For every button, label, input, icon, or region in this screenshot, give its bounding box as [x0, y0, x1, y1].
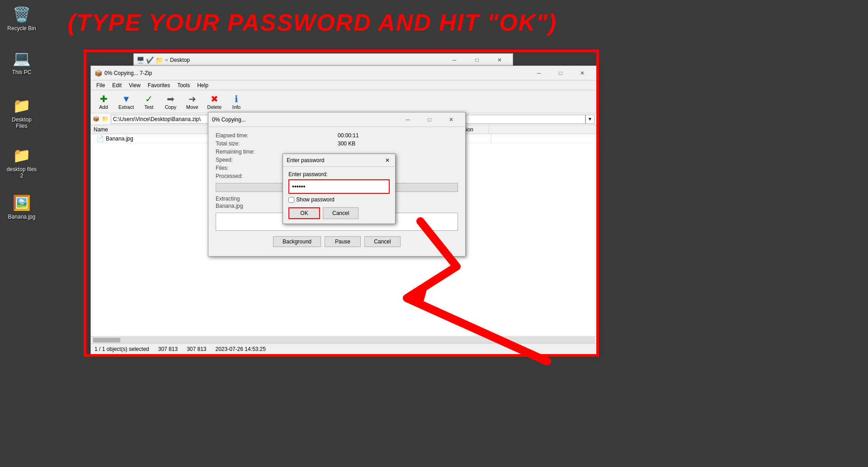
- toolbar-move-label: Move: [186, 104, 198, 110]
- main-titlebar: 📦 0% Copying... 7-Zip ─ □ ✕: [91, 66, 596, 80]
- copying-controls: ─ □ ✕: [397, 113, 462, 126]
- toolbar-test-label: Test: [144, 104, 153, 110]
- cancel-btn[interactable]: Cancel: [364, 236, 401, 247]
- status-text: 1 / 1 object(s) selected: [94, 346, 149, 352]
- toolbar-info[interactable]: ℹ Info: [226, 92, 246, 111]
- password-close-btn[interactable]: ✕: [383, 156, 392, 164]
- password-dialog-title: Enter password: [287, 157, 383, 163]
- status-bar: 1 / 1 object(s) selected 307 813 307 813…: [91, 343, 596, 354]
- this-pc-label: This PC: [12, 69, 32, 75]
- recycle-bin-icon: 🗑️: [13, 5, 31, 23]
- banana-jpg-label: Banana.jpg: [8, 214, 36, 220]
- total-size-label: Total size:: [216, 140, 336, 147]
- desktop-icon-recycle-bin[interactable]: 🗑️ Recycle Bin: [4, 4, 40, 33]
- toolbar-info-label: Info: [232, 104, 241, 110]
- desktop-icon-desktop-files[interactable]: 📁 Desktop Files: [4, 95, 40, 131]
- toolbar-copy-label: Copy: [165, 104, 176, 110]
- toolbar-delete-label: Delete: [207, 104, 222, 110]
- zip-icon: 📦: [93, 116, 100, 123]
- toolbar: ✚ Add ▼ Extract ✓ Test ➡ Copy ➜ Move ✖ D…: [91, 90, 596, 113]
- desktop-files-icon: 📁: [13, 97, 31, 115]
- main-close-btn[interactable]: ✕: [572, 67, 593, 79]
- show-password-checkbox[interactable]: [288, 197, 294, 203]
- explorer-title: Desktop: [170, 57, 190, 63]
- copying-file-label: Banana.jpg: [216, 203, 252, 209]
- password-input-wrapper: [288, 179, 390, 194]
- scrollbar-thumb: [93, 338, 120, 342]
- toolbar-add[interactable]: ✚ Add: [94, 92, 113, 111]
- delete-icon: ✖: [209, 93, 220, 104]
- toolbar-copy[interactable]: ➡ Copy: [160, 92, 180, 111]
- show-password-label: Show password: [296, 196, 335, 203]
- menu-tools[interactable]: Tools: [174, 81, 193, 89]
- main-title-icon: 📦: [94, 70, 102, 77]
- copying-titlebar: 0% Copying... ─ □ ✕: [208, 112, 465, 127]
- menu-view[interactable]: View: [125, 81, 144, 89]
- copying-minimize-btn[interactable]: ─: [397, 113, 418, 126]
- scrollbar-track[interactable]: [93, 337, 594, 343]
- explorer-close-btn[interactable]: ✕: [489, 54, 510, 66]
- toolbar-add-label: Add: [99, 104, 108, 110]
- status-date: 2023-07-26 14:53:25: [216, 346, 266, 352]
- recycle-bin-label: Recycle Bin: [7, 25, 36, 32]
- test-icon: ✓: [143, 93, 154, 104]
- password-content: Enter password: Show password OK Cancel: [283, 167, 395, 224]
- extract-icon: ▼: [121, 93, 132, 104]
- explorer-minimize-btn[interactable]: ─: [444, 54, 465, 66]
- file-icon: 📄: [96, 135, 104, 142]
- col-name: Name: [91, 125, 226, 134]
- menu-help[interactable]: Help: [193, 81, 212, 89]
- toolbar-extract-label: Extract: [118, 104, 134, 110]
- copying-close-btn[interactable]: ✕: [441, 113, 462, 126]
- copying-buttons: Background Pause Cancel: [216, 233, 458, 251]
- explorer-window: 🖥️ ✔️ 📁 = Desktop ─ □ ✕: [133, 53, 513, 67]
- move-icon: ➜: [187, 93, 198, 104]
- toolbar-delete[interactable]: ✖ Delete: [204, 92, 225, 111]
- background-btn[interactable]: Background: [273, 236, 321, 247]
- copying-maximize-btn[interactable]: □: [419, 113, 440, 126]
- password-ok-btn[interactable]: OK: [288, 207, 320, 219]
- desktop-icon-this-pc[interactable]: 💻 This PC: [4, 47, 40, 77]
- elapsed-label: Elapsed time:: [216, 132, 336, 139]
- desktop-files-label: Desktop Files: [5, 117, 38, 129]
- password-buttons: OK Cancel: [288, 207, 390, 219]
- main-minimize-btn[interactable]: ─: [528, 67, 549, 79]
- elapsed-value: 00:00:11: [338, 132, 458, 139]
- menu-favorites[interactable]: Favorites: [144, 81, 174, 89]
- explorer-maximize-btn[interactable]: □: [467, 54, 487, 66]
- desktop: 🗑️ Recycle Bin 💻 This PC 📁 Desktop Files…: [0, 0, 868, 467]
- main-maximize-btn[interactable]: □: [550, 67, 571, 79]
- main-window-title: 0% Copying... 7-Zip: [104, 70, 528, 76]
- toolbar-move[interactable]: ➜ Move: [182, 92, 202, 111]
- menu-edit[interactable]: Edit: [108, 81, 125, 89]
- desktop-icon-desktop-files-2[interactable]: 📁 desktop files 2: [4, 145, 40, 181]
- password-dialog: Enter password ✕ Enter password: Show pa…: [283, 154, 396, 224]
- show-password-row: Show password: [288, 196, 390, 203]
- password-input[interactable]: [289, 180, 389, 193]
- this-pc-icon: 💻: [13, 49, 31, 67]
- address-dropdown[interactable]: ▼: [585, 115, 594, 124]
- toolbar-extract[interactable]: ▼ Extract: [115, 92, 137, 111]
- copying-title: 0% Copying...: [212, 117, 397, 123]
- folder-icon: 📁: [102, 116, 109, 123]
- desktop-files-2-label: desktop files 2: [5, 166, 38, 179]
- menu-bar: File Edit View Favorites Tools Help: [91, 80, 596, 90]
- desktop-icon-banana-jpg[interactable]: 🖼️ Banana.jpg: [4, 192, 40, 222]
- menu-file[interactable]: File: [93, 81, 108, 89]
- desktop-files-2-icon: 📁: [13, 146, 31, 164]
- status-packed: 307 813: [187, 346, 206, 352]
- status-size: 307 813: [158, 346, 178, 352]
- password-cancel-btn[interactable]: Cancel: [323, 207, 359, 219]
- scrollbar-area: [91, 336, 596, 343]
- info-icon: ℹ: [231, 93, 242, 104]
- add-icon: ✚: [98, 93, 109, 104]
- pause-btn[interactable]: Pause: [325, 236, 361, 247]
- banana-jpg-icon: 🖼️: [13, 194, 31, 212]
- extracting-label: Extracting: [216, 196, 252, 202]
- total-size-value: 300 KB: [338, 140, 458, 147]
- toolbar-test[interactable]: ✓ Test: [139, 92, 159, 111]
- instruction-text: (TYPE YOUR PASSWORD AND HIT "OK"): [68, 9, 557, 36]
- main-window-controls: ─ □ ✕: [528, 67, 593, 79]
- password-label: Enter password:: [288, 171, 390, 177]
- password-titlebar: Enter password ✕: [283, 154, 395, 167]
